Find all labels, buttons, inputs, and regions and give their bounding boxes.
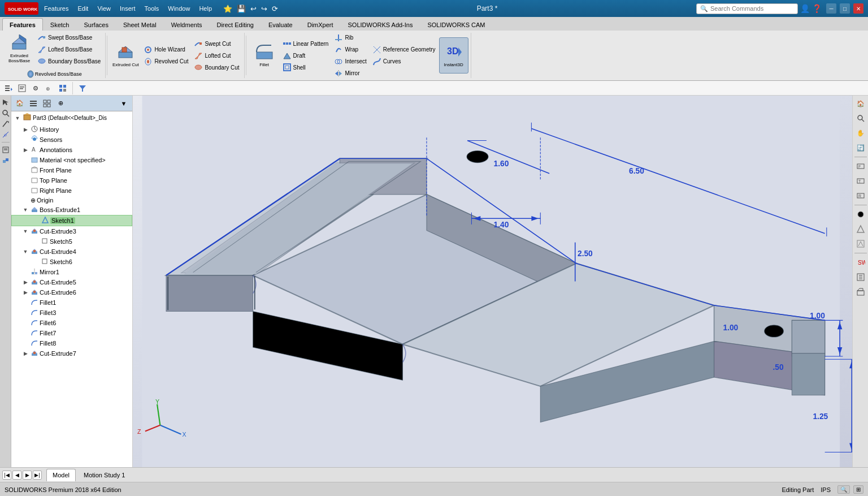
- menu-tools[interactable]: Tools: [142, 4, 162, 13]
- tree-item-fillet1[interactable]: Fillet1: [11, 297, 132, 308]
- menu-window[interactable]: Window: [166, 4, 192, 13]
- fm-list-btn[interactable]: [27, 97, 40, 110]
- extruded-cut-button[interactable]: Extruded Cut: [111, 37, 140, 74]
- tree-item-cut-extrude3[interactable]: ▼ Cut-Extrude3: [11, 226, 132, 236]
- menu-view[interactable]: View: [95, 4, 113, 13]
- fm-grid-btn[interactable]: [41, 97, 53, 110]
- rp-appearances-btn[interactable]: [854, 208, 867, 221]
- smart-dim-btn[interactable]: ∅: [1, 130, 10, 139]
- fm-home-btn[interactable]: 🏠: [14, 97, 26, 110]
- tree-expand-annotations[interactable]: ▶: [21, 146, 29, 154]
- rp-home-btn[interactable]: 🏠: [854, 97, 867, 110]
- zoom-area-btn[interactable]: [1, 109, 10, 118]
- rib-button[interactable]: Rib: [332, 32, 368, 44]
- rp-pan-btn[interactable]: ✋: [854, 126, 867, 140]
- rp-top-view-btn[interactable]: T: [854, 174, 867, 188]
- tree-item-fillet3[interactable]: Fillet3: [11, 308, 132, 318]
- tree-item-sensors[interactable]: Sensors: [11, 135, 132, 145]
- tree-item-cut-extrude6[interactable]: ▶ Cut-Extrude6: [11, 287, 132, 297]
- block-btn[interactable]: [1, 156, 10, 165]
- display-mgr-btn[interactable]: [57, 82, 69, 94]
- viewport[interactable]: ▼ ▼ •••: [133, 96, 852, 467]
- search-bar[interactable]: 🔍: [696, 3, 798, 14]
- tree-item-fillet8[interactable]: Fillet8: [11, 338, 132, 348]
- maximize-button[interactable]: □: [840, 3, 850, 14]
- tree-root[interactable]: ▼ Part3 (Default<<Default>_Dis: [11, 111, 132, 124]
- menu-file[interactable]: Features: [42, 4, 71, 13]
- menu-insert[interactable]: Insert: [118, 4, 138, 13]
- status-view-btn[interactable]: ⊞: [853, 485, 863, 494]
- tree-item-annotations[interactable]: ▶ A Annotations: [11, 145, 132, 155]
- tree-item-sketch5[interactable]: Sketch5: [11, 236, 132, 247]
- shell-button[interactable]: Shell: [280, 62, 331, 73]
- tree-item-sketch6[interactable]: Sketch6: [11, 257, 132, 267]
- note-btn[interactable]: [1, 145, 10, 154]
- tree-item-mirror1[interactable]: Mirror1: [11, 267, 132, 277]
- tree-expand-root[interactable]: ▼: [14, 114, 21, 122]
- tab-direct-editing[interactable]: Direct Editing: [209, 18, 261, 31]
- nav-next-btn[interactable]: ▶: [23, 471, 32, 480]
- tree-expand-cut-extrude5[interactable]: ▶: [21, 278, 29, 286]
- tree-item-boss-extrude1[interactable]: ▼ Boss-Extrude1: [11, 205, 132, 215]
- revolved-boss-base-button[interactable]: Revolved Boss/Base: [25, 68, 83, 80]
- close-button[interactable]: ✕: [853, 3, 863, 14]
- lofted-boss-base-button[interactable]: Lofted Boss/Base: [35, 44, 103, 55]
- tree-item-front-plane[interactable]: Front Plane: [11, 165, 132, 175]
- tab-surfaces[interactable]: Surfaces: [77, 18, 116, 31]
- lofted-cut-button[interactable]: Lofted Cut: [192, 50, 241, 61]
- tree-expand-history[interactable]: ▶: [21, 126, 29, 133]
- rp-solidworks-resources-btn[interactable]: SW: [854, 256, 867, 269]
- search-input[interactable]: [710, 5, 789, 12]
- tab-dimxpert[interactable]: DimXpert: [300, 18, 341, 31]
- rp-scene-btn[interactable]: [854, 222, 867, 236]
- tree-item-sketch1[interactable]: Sketch1: [11, 215, 132, 226]
- bottom-tab-motion-study[interactable]: Motion Study 1: [78, 469, 131, 481]
- tab-sketch[interactable]: Sketch: [43, 18, 77, 31]
- menu-edit[interactable]: Edit: [75, 4, 90, 13]
- filter-btn[interactable]: [76, 82, 89, 94]
- dim-expert-btn[interactable]: ⊕: [43, 82, 55, 94]
- minimize-button[interactable]: ─: [826, 3, 836, 14]
- fillet-button[interactable]: Fillet: [250, 37, 279, 74]
- boundary-cut-button[interactable]: Boundary Cut: [192, 62, 241, 73]
- tree-item-fillet6[interactable]: Fillet6: [11, 318, 132, 328]
- user-icon[interactable]: 👤: [800, 4, 810, 13]
- draft-button[interactable]: Draft: [280, 50, 331, 61]
- rp-zoom-btn[interactable]: [854, 111, 867, 125]
- tree-item-cut-extrude4[interactable]: ▼ Cut-Extrude4: [11, 247, 132, 257]
- swept-boss-base-button[interactable]: Swept Boss/Base: [35, 32, 103, 43]
- nav-first-btn[interactable]: |◀: [2, 471, 11, 480]
- tree-item-cut-extrude5[interactable]: ▶ Cut-Extrude5: [11, 277, 132, 287]
- boundary-boss-base-button[interactable]: Boundary Boss/Base: [35, 55, 103, 67]
- tree-expand-cut-extrude6[interactable]: ▶: [21, 288, 29, 296]
- extruded-boss-base-button[interactable]: Extruded Boss/Base: [5, 31, 34, 67]
- menu-help[interactable]: Help: [197, 4, 214, 13]
- tree-expand-boss-extrude1[interactable]: ▼: [21, 206, 29, 214]
- rp-file-explorer-btn[interactable]: [854, 285, 867, 299]
- nav-prev-btn[interactable]: ◀: [12, 471, 21, 480]
- tab-evaluate[interactable]: Evaluate: [261, 18, 300, 31]
- tree-item-fillet7[interactable]: Fillet7: [11, 328, 132, 338]
- wrap-button[interactable]: Wrap: [332, 44, 368, 55]
- hole-wizard-button[interactable]: Hole Wizard: [141, 44, 190, 55]
- tab-sheet-metal[interactable]: Sheet Metal: [116, 18, 164, 31]
- swept-cut-button[interactable]: Swept Cut: [192, 38, 241, 49]
- nav-last-btn[interactable]: ▶|: [33, 471, 42, 480]
- tab-weldments[interactable]: Weldments: [164, 18, 210, 31]
- tab-solidworks-cam[interactable]: SOLIDWORKS CAM: [420, 18, 492, 31]
- tab-features[interactable]: Features: [2, 18, 43, 31]
- rp-right-view-btn[interactable]: R: [854, 189, 867, 202]
- curves-button[interactable]: Curves: [370, 56, 438, 67]
- tree-expand-cut-extrude7[interactable]: ▶: [21, 350, 29, 357]
- tab-solidworks-addins[interactable]: SOLIDWORKS Add-Ins: [341, 18, 420, 31]
- bottom-tab-model[interactable]: Model: [46, 469, 76, 481]
- tree-item-top-plane[interactable]: Top Plane: [11, 175, 132, 186]
- reference-geometry-button[interactable]: Reference Geometry: [370, 44, 438, 55]
- intersect-button[interactable]: Intersect: [332, 56, 368, 67]
- tree-item-origin[interactable]: ⊕ Origin: [11, 196, 132, 205]
- status-zoom-btn[interactable]: 🔍: [837, 485, 850, 494]
- help-icon[interactable]: ❓: [812, 4, 822, 13]
- rp-front-view-btn[interactable]: F: [854, 159, 867, 173]
- tree-expand-cut-extrude3[interactable]: ▼: [21, 227, 29, 235]
- rp-design-library-btn[interactable]: [854, 270, 867, 284]
